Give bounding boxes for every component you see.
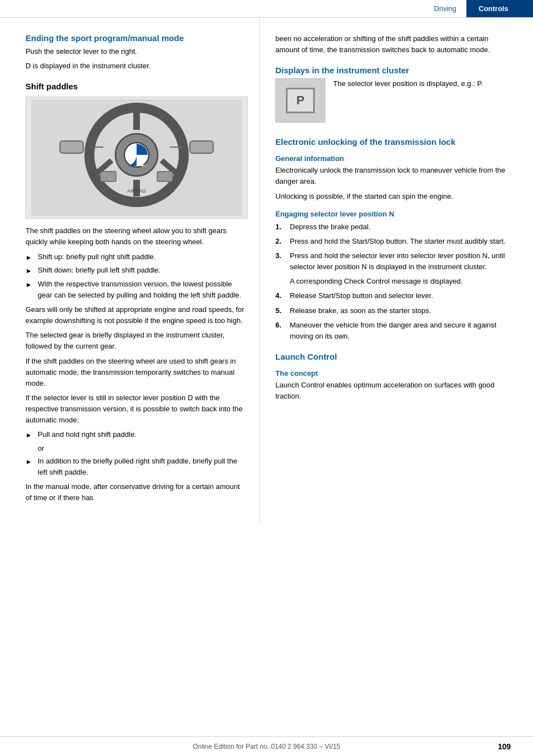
- shift-bullets-3: ► In addition to the briefly pulled righ…: [26, 456, 247, 478]
- step-text-6: Maneuver the vehicle from the danger are…: [290, 320, 511, 342]
- step-text-1: Depress the brake pedal.: [290, 221, 370, 233]
- step-1: 1. Depress the brake pedal.: [275, 221, 511, 233]
- cluster-image: P: [275, 78, 325, 123]
- bullet-text-1: Shift up: briefly pull right shift paddl…: [38, 251, 155, 263]
- page-number: 109: [498, 742, 511, 751]
- step-label-1: 1.: [275, 221, 286, 233]
- p-symbol-box: P: [286, 88, 315, 113]
- header-controls: Controls: [466, 0, 533, 17]
- left-para5: In the manual mode, after conservative d…: [26, 481, 247, 503]
- steering-wheel-svg: AIRBAG: [31, 99, 242, 216]
- right-para-cont: been no acceleration or shifting of the …: [275, 33, 511, 56]
- shift-bullets-2: ► Pull and hold right shift paddle.: [26, 429, 247, 441]
- bullet-arrow-3: ►: [26, 280, 33, 290]
- header-driving: Driving: [424, 0, 466, 17]
- launch-control-title: Launch Control: [275, 352, 511, 361]
- step-label-3: 3.: [275, 250, 286, 261]
- step-text-5: Release brake, as soon as the starter st…: [290, 305, 431, 316]
- bullet-text-2: Shift down: briefly pull left shift padd…: [38, 265, 160, 276]
- bullet-item-1: ► Shift up: briefly pull right shift pad…: [26, 251, 247, 263]
- the-concept-desc: Launch Control enables optimum accelerat…: [275, 380, 511, 402]
- svg-rect-14: [100, 172, 116, 182]
- general-info-title: General information: [275, 154, 511, 163]
- step-text-2: Press and hold the Start/Stop button. Th…: [290, 236, 506, 247]
- step-2: 2. Press and hold the Start/Stop button.…: [275, 236, 511, 247]
- page-footer: Online Edition for Part no. 0140 2 964 3…: [0, 736, 533, 756]
- bullet2-item-1: ► Pull and hold right shift paddle.: [26, 429, 247, 441]
- steps-list: 1. Depress the brake pedal. 2. Press and…: [275, 221, 511, 342]
- step-5: 5. Release brake, as soon as the starter…: [275, 305, 511, 316]
- svg-rect-9: [60, 141, 83, 153]
- svg-text:AIRBAG: AIRBAG: [127, 188, 146, 194]
- ending-section-title: Ending the sport program/manual mode: [26, 33, 247, 43]
- left-para2: The selected gear is briefly displayed i…: [26, 330, 247, 352]
- displays-title: Displays in the instrument cluster: [275, 65, 511, 75]
- bullet-item-2: ► Shift down: briefly pull left shift pa…: [26, 265, 247, 276]
- bullet-arrow-1: ►: [26, 253, 33, 263]
- step-text-3b: A corresponding Check Control message is…: [290, 276, 462, 287]
- shift-desc: The shift paddles on the steering wheel …: [26, 225, 247, 248]
- p-symbol: P: [296, 93, 305, 108]
- svg-rect-11: [190, 141, 213, 153]
- right-column: been no acceleration or shifting of the …: [260, 18, 533, 523]
- step-label-6: 6.: [275, 320, 286, 331]
- electronic-title: Electronic unlocking of the transmission…: [275, 137, 511, 147]
- step-label-2: 2.: [275, 236, 286, 247]
- svg-rect-15: [157, 172, 173, 182]
- page-header: Driving Controls: [0, 0, 533, 18]
- ending-para2: D is displayed in the instrument cluster…: [26, 61, 247, 72]
- bullet-item-3: ► With the respective transmission versi…: [26, 279, 247, 301]
- engaging-title: Engaging selector lever position N: [275, 210, 511, 218]
- left-para1: Gears will only be shifted at appropriat…: [26, 304, 247, 326]
- step-6: 6. Maneuver the vehicle from the danger …: [275, 320, 511, 342]
- general-p2: Unlocking is possible, if the started ca…: [275, 191, 511, 202]
- step-text-4: Release Start/Stop button and selector l…: [290, 290, 433, 301]
- bullet2-text-1: Pull and hold right shift paddle.: [38, 429, 137, 440]
- step-3b: A corresponding Check Control message is…: [275, 276, 511, 287]
- bullet-text-3: With the respective transmission version…: [38, 279, 247, 301]
- step-label-5: 5.: [275, 305, 286, 316]
- bullet2-arrow-1: ►: [26, 430, 33, 441]
- shift-bullets: ► Shift up: briefly pull right shift pad…: [26, 251, 247, 301]
- general-p1: Electronically unlock the transmission l…: [275, 165, 511, 187]
- footer-text: Online Edition for Part no. 0140 2 964 3…: [193, 743, 340, 750]
- the-concept-title: The concept: [275, 369, 511, 377]
- bullet-arrow-2: ►: [26, 266, 33, 276]
- step-label-4: 4.: [275, 290, 286, 301]
- bullet2-arrow-2: ►: [26, 457, 33, 467]
- steering-wheel-image: AIRBAG: [26, 97, 248, 219]
- step-4: 4. Release Start/Stop button and selecto…: [275, 290, 511, 301]
- bullet2-item-2: ► In addition to the briefly pulled righ…: [26, 456, 247, 478]
- left-para4: If the selector lever is still in select…: [26, 392, 247, 426]
- step-3: 3. Press and hold the selector lever int…: [275, 250, 511, 273]
- step-text-3: Press and hold the selector lever into s…: [290, 250, 511, 273]
- cluster-display-area: P The selector lever position is display…: [275, 78, 511, 127]
- bullet2-text-2: In addition to the briefly pulled right …: [38, 456, 247, 478]
- ending-para1: Push the selector lever to the right.: [26, 46, 247, 57]
- shift-paddles-title: Shift paddles: [26, 82, 247, 91]
- left-para3: If the shift paddles on the steering whe…: [26, 356, 247, 389]
- left-column: Ending the sport program/manual mode Pus…: [0, 18, 260, 523]
- or-label: or: [26, 444, 247, 452]
- main-content: Ending the sport program/manual mode Pus…: [0, 18, 533, 523]
